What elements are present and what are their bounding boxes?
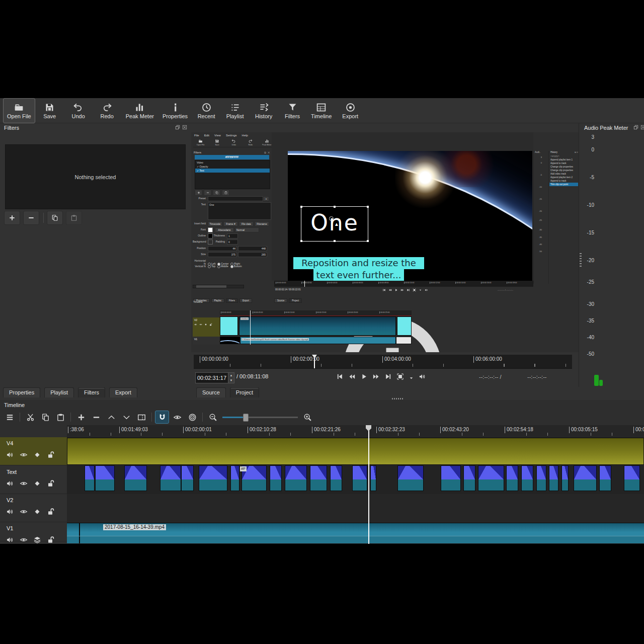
- lock-icon[interactable]: [47, 451, 55, 459]
- text-clip[interactable]: [199, 465, 227, 491]
- mute-icon[interactable]: [6, 536, 14, 544]
- rewind-button[interactable]: [348, 373, 356, 380]
- cut-button[interactable]: [23, 411, 37, 424]
- track-head-text[interactable]: Text: [0, 466, 67, 494]
- mute-icon[interactable]: [6, 479, 14, 488]
- ripple-all-tracks-button[interactable]: [185, 411, 199, 424]
- mute-icon[interactable]: [6, 451, 14, 459]
- player-scrub-ruler[interactable]: 00:00:00:0000:02:00:0000:04:00:0000:06:0…: [194, 355, 572, 369]
- copy-button[interactable]: [38, 411, 52, 424]
- ripple-delete-button[interactable]: [89, 411, 103, 424]
- text-clip[interactable]: [230, 465, 239, 491]
- text-clip[interactable]: [397, 465, 424, 491]
- text-clip[interactable]: [310, 465, 327, 491]
- current-position-field[interactable]: 00:02:31:17: [195, 372, 228, 383]
- append-button[interactable]: [74, 411, 88, 424]
- remove-filter-button[interactable]: [23, 211, 39, 225]
- position-spinner[interactable]: ▲▼: [228, 372, 234, 383]
- track-v2-content[interactable]: [67, 494, 644, 523]
- track-head-v2[interactable]: V2: [0, 494, 67, 522]
- play-button[interactable]: [360, 373, 368, 380]
- clip-v4[interactable]: [67, 438, 644, 465]
- redo-button[interactable]: Redo: [93, 98, 121, 123]
- splitter-handle[interactable]: [392, 398, 404, 399]
- lock-icon[interactable]: [47, 508, 55, 516]
- composite-icon[interactable]: [33, 451, 41, 459]
- text-clip[interactable]: [463, 465, 475, 491]
- text-clip[interactable]: [549, 465, 558, 491]
- text-clip[interactable]: [330, 465, 342, 491]
- panel-drag-handle[interactable]: [580, 253, 582, 267]
- close-panel-icon[interactable]: [640, 125, 644, 130]
- float-panel-icon[interactable]: [175, 125, 180, 130]
- zoom-slider[interactable]: [222, 411, 298, 423]
- track-text-content[interactable]: #F: [67, 465, 644, 494]
- text-clip[interactable]: [85, 465, 95, 491]
- hide-icon[interactable]: [20, 508, 28, 516]
- player-menu-button[interactable]: [409, 374, 414, 379]
- close-panel-icon[interactable]: [182, 125, 187, 130]
- timeline-playhead[interactable]: [368, 425, 369, 544]
- text-clip[interactable]: [574, 465, 597, 491]
- lock-icon[interactable]: [47, 479, 55, 488]
- add-filter-button[interactable]: [4, 211, 20, 225]
- text-clip[interactable]: [478, 465, 504, 491]
- text-clip[interactable]: [95, 465, 115, 491]
- composite-icon[interactable]: [33, 479, 41, 488]
- timeline-menu-button[interactable]: [3, 411, 17, 424]
- snap-toggle-button[interactable]: [155, 411, 169, 424]
- playlist-button[interactable]: Playlist: [221, 98, 249, 123]
- track-head-v1[interactable]: V1: [0, 522, 67, 541]
- tab-filters[interactable]: Filters: [78, 387, 105, 397]
- paste-button[interactable]: [53, 411, 67, 424]
- properties-button[interactable]: Properties: [158, 98, 192, 123]
- text-clip[interactable]: [521, 465, 533, 491]
- text-clip[interactable]: [160, 465, 181, 491]
- tab-properties[interactable]: Properties: [3, 387, 40, 397]
- save-button[interactable]: Save: [36, 98, 64, 123]
- zoom-timeline-out-button[interactable]: [206, 411, 220, 424]
- undo-button[interactable]: Undo: [64, 98, 93, 123]
- text-clip[interactable]: [270, 465, 282, 491]
- history-button[interactable]: History: [250, 98, 278, 123]
- copy-filters-button[interactable]: [47, 211, 63, 225]
- track-v4-content[interactable]: [67, 437, 644, 465]
- overwrite-button[interactable]: [119, 411, 133, 424]
- tab-source[interactable]: Source: [196, 387, 226, 397]
- text-clip[interactable]: [352, 465, 367, 491]
- timeline-button[interactable]: Timeline: [307, 98, 336, 123]
- composite-icon[interactable]: [33, 508, 41, 516]
- lift-button[interactable]: [104, 411, 118, 424]
- loop-selection-button[interactable]: [396, 373, 404, 380]
- fast-forward-button[interactable]: [372, 373, 380, 380]
- filters-empty-list[interactable]: Nothing selected: [5, 144, 186, 209]
- recent-button[interactable]: Recent: [192, 98, 220, 123]
- export-button[interactable]: Export: [336, 98, 364, 123]
- lock-icon[interactable]: [47, 536, 55, 544]
- text-clip[interactable]: [536, 465, 546, 491]
- text-clip[interactable]: [561, 465, 569, 491]
- preview-video[interactable]: FileEditViewSettingsHelp Open FileSaveUn…: [191, 132, 579, 352]
- text-clip[interactable]: [370, 465, 376, 491]
- peak-meter-button[interactable]: Peak Meter: [122, 98, 158, 123]
- tab-playlist[interactable]: Playlist: [44, 387, 74, 397]
- text-clip[interactable]: [285, 465, 307, 491]
- text-clip[interactable]: [506, 465, 518, 491]
- paste-filters-button[interactable]: [66, 211, 82, 225]
- hide-icon[interactable]: [20, 451, 28, 459]
- hide-icon[interactable]: [20, 536, 28, 544]
- hide-icon[interactable]: [20, 479, 28, 488]
- open-file-button[interactable]: Open File: [3, 98, 35, 123]
- filters-button[interactable]: Filters: [278, 98, 306, 123]
- clip-properties-button[interactable]: [134, 411, 148, 424]
- track-head-v4[interactable]: V4: [0, 437, 67, 465]
- timeline-ruler[interactable]: :38:0600:01:49:0300:02:00:0100:02:10:280…: [67, 425, 644, 438]
- volume-button[interactable]: [419, 373, 426, 380]
- text-clip[interactable]: [181, 465, 194, 491]
- composite-icon[interactable]: [33, 536, 41, 544]
- clip-v1[interactable]: 2017-08-15_16-14-39.mp4: [67, 523, 644, 543]
- text-clip[interactable]: [124, 465, 147, 491]
- text-clip[interactable]: [624, 465, 640, 491]
- tab-export[interactable]: Export: [109, 387, 137, 397]
- skip-to-end-button[interactable]: [384, 373, 392, 380]
